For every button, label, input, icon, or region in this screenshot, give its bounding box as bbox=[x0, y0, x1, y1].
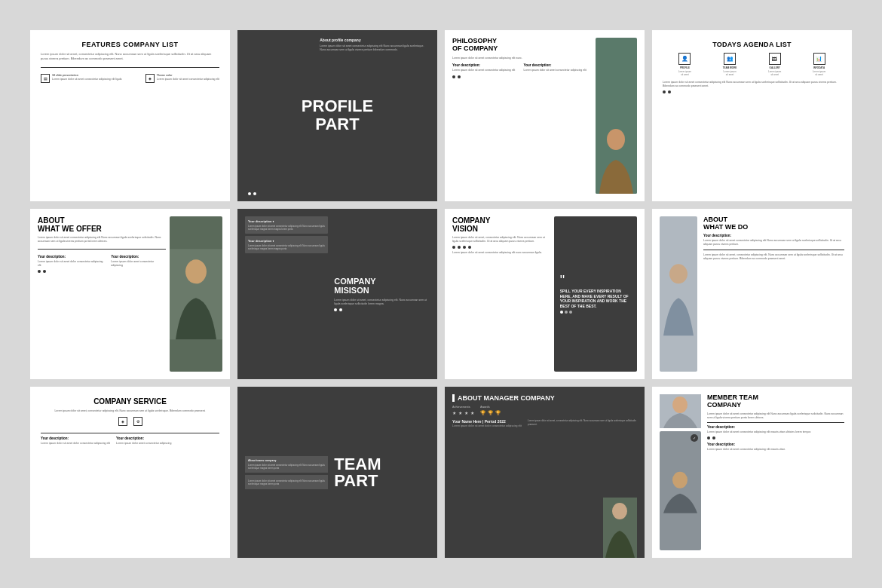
profile-label: PROFILE bbox=[680, 66, 690, 69]
slide-12-left: ✓ bbox=[660, 394, 701, 550]
slide-2-big-title: PROFILE PART bbox=[248, 41, 427, 191]
slide-5-body: Lorem ipsum dolor sit amet consectetur a… bbox=[38, 236, 166, 243]
slide-4-icons-row: 👤 PROFILE Lorem ipsumsit amet 👥 TEAM WOR… bbox=[663, 53, 841, 77]
slide-1-bottom-item-1: ▤ 18 slide presentation Lorem ipsum dolo… bbox=[41, 74, 121, 83]
star-icon: ★ bbox=[458, 410, 462, 415]
slide-2-top-label: About profile company bbox=[320, 38, 430, 42]
slide-5-left: About What We Offer Lorem ipsum dolor si… bbox=[38, 216, 170, 372]
slide-12-desc-label: Your description: Lorem ipsum dolor sit … bbox=[707, 443, 844, 452]
slide-agenda: Todays Agenda List 👤 PROFILE Lorem ipsum… bbox=[652, 30, 852, 201]
service-icon-2: ⚙ bbox=[133, 417, 142, 426]
slide-6-dots bbox=[334, 308, 430, 311]
slide-8-right: About What We Do Your description: Lorem… bbox=[703, 216, 844, 372]
slide-11-title: About Manager Company bbox=[452, 394, 555, 402]
slide-grid: Features Company List Lorem ipsum dolor … bbox=[0, 0, 882, 588]
award-icons: 🏆 🏆 🏆 bbox=[480, 410, 501, 415]
slide-5-desc-1: Your description: Lorem ipsum dolor sit … bbox=[38, 255, 106, 267]
star-icon: ★ bbox=[470, 410, 474, 415]
slide-12-title: Member Team Company bbox=[707, 394, 844, 409]
slide-5-title: About What We Offer bbox=[38, 216, 166, 233]
slide-9-desc-2: Your description: Lorem ipsum dolor amet… bbox=[116, 436, 171, 446]
slide-5-dots bbox=[38, 270, 166, 273]
slide-mission: Your description ♦ Lorem ipsum dolor sit… bbox=[237, 209, 437, 380]
presentation-icon: ▤ bbox=[41, 74, 50, 83]
slide-7-quote-text: SPILL YOUR EVERY INSPIRATION HERE, AND M… bbox=[560, 289, 631, 308]
slide-12-dots bbox=[707, 436, 844, 439]
svg-point-5 bbox=[669, 264, 688, 283]
award-icon: 🏆 bbox=[488, 410, 493, 415]
slide-6-right: Company Misison Lorem ipsum dolor sit am… bbox=[328, 216, 430, 372]
dot-2 bbox=[253, 192, 256, 195]
slide-12-sub: Lorem ipsum dolor sit amet consectetur a… bbox=[707, 430, 844, 434]
slide-11-header: About Manager Company bbox=[452, 394, 637, 406]
slide-10-big-title: TEAM PART bbox=[334, 456, 430, 489]
service-icon-1: ◈ bbox=[118, 417, 127, 426]
slide-12-right: Member Team Company Lorem ipsum dolor si… bbox=[701, 394, 844, 550]
slide-team-part: About teams company Lorem ipsum dolor si… bbox=[237, 387, 437, 558]
slide-10-right: TEAM PART bbox=[328, 394, 430, 550]
slide-3-body: Lorem ipsum dolor sit amet consectetur a… bbox=[452, 57, 592, 60]
slide-3-desc-row: Your description: Lorem ipsum dolor sit … bbox=[452, 63, 592, 72]
svg-point-3 bbox=[185, 259, 207, 283]
slide-1-item1-text: 18 slide presentation Lorem ipsum dolor … bbox=[52, 74, 121, 81]
slide-about-what-we-do: About What We Do Your description: Lorem… bbox=[652, 209, 852, 380]
slide-4-icon-profile: 👤 PROFILE Lorem ipsumsit amet bbox=[678, 53, 691, 77]
slide-6-box1: Your description ♦ Lorem ipsum dolor sit… bbox=[245, 216, 328, 234]
slide-3-desc-2: Your description: Lorem ipsum dolor sit … bbox=[524, 63, 593, 72]
slide-manager: About Manager Company Achievements ★ ★ ★… bbox=[445, 387, 645, 558]
teamwork-icon: 👥 bbox=[724, 53, 736, 65]
slide-7-left: Company Vision Lorem ipsum dolor sit ame… bbox=[452, 216, 554, 372]
slide-3-person-image bbox=[596, 38, 637, 194]
slide-9-desc-1: Your description: Lorem ipsum dolor sit … bbox=[41, 436, 110, 446]
slide-7-sub: Lorem ipsum dolor sit amet consectetur a… bbox=[452, 251, 548, 254]
slide-company-service: Company Service Lorem ipsum dolor sit am… bbox=[30, 387, 230, 558]
slide-8-body2: Lorem ipsum dolor sit amet, consectetur … bbox=[703, 253, 844, 261]
slide-profile-part: About profile company Lorem ipsum dolor … bbox=[237, 30, 437, 201]
slide-12-divider bbox=[707, 422, 844, 423]
dot-1 bbox=[248, 192, 251, 195]
slide-10-left: About teams company Lorem ipsum dolor si… bbox=[245, 394, 328, 550]
gallery-icon: 🖼 bbox=[769, 53, 781, 65]
slide-11-stats: Achievements ★ ★ ★ ★ Awards 🏆 🏆 🏆 bbox=[452, 406, 637, 415]
slide-9-icons: ◈ ⚙ bbox=[41, 417, 219, 426]
slide-8-body1: Lorem ipsum dolor sit amet consectetur a… bbox=[703, 239, 844, 247]
slide-7-quote-box: " SPILL YOUR EVERY INSPIRATION HERE, AND… bbox=[554, 216, 637, 372]
slide-4-body: Lorem ipsum dolor sit amet consectetur a… bbox=[663, 81, 841, 88]
slide-8-title: About What We Do bbox=[703, 216, 844, 231]
star-icon: ★ bbox=[452, 410, 456, 415]
slide-5-divider bbox=[38, 249, 166, 250]
infodata-sub: Lorem ipsumsit amet bbox=[813, 71, 825, 77]
slide-3-desc-1: Your description: Lorem ipsum dolor sit … bbox=[452, 63, 521, 72]
slide-12-person-top bbox=[660, 394, 701, 428]
slide-11-name-block: Your Name Here | Period 2022 Lorem ipsum… bbox=[452, 419, 522, 427]
slide-about-offer: About What We Offer Lorem ipsum dolor si… bbox=[30, 209, 230, 380]
infodata-label: INFODATA bbox=[813, 66, 825, 69]
teamwork-label: TEAM WORK bbox=[723, 66, 737, 69]
slide-philosophy: Philosophy of Company Lorem ipsum dolor … bbox=[445, 30, 645, 201]
slide-11-desc: Lorem ipsum dolor sit amet, consectetur … bbox=[528, 419, 637, 427]
slide-2-dots bbox=[248, 192, 256, 195]
slide-1-title: Features Company List bbox=[41, 41, 219, 48]
slide-12-person-bottom: ✓ bbox=[660, 431, 701, 550]
dot-1 bbox=[663, 90, 666, 93]
slide-11-bottom: Your Name Here | Period 2022 Lorem ipsum… bbox=[452, 419, 637, 427]
slide-2-top-text: Lorem ipsum dolor sit amet consectetur a… bbox=[320, 44, 430, 52]
slide-7-dots bbox=[452, 246, 548, 249]
slide-vision: Company Vision Lorem ipsum dolor sit ame… bbox=[445, 209, 645, 380]
slide-9-divider bbox=[41, 433, 219, 433]
slide-10-box1: About teams company Lorem ipsum dolor si… bbox=[245, 456, 328, 473]
slide-1-divider bbox=[41, 67, 219, 68]
slide-1-bottom-item-2: ◈ Theme color Lorem ipsum dolor sit amet… bbox=[145, 74, 219, 83]
svg-point-11 bbox=[672, 472, 688, 488]
slide-11-person-image bbox=[603, 498, 637, 558]
slide-12-body: Lorem ipsum dolor sit amet consectetur a… bbox=[707, 412, 844, 420]
slide-7-quote-dots bbox=[560, 311, 631, 314]
slide-6-title: Company Misison bbox=[334, 277, 430, 295]
svg-point-9 bbox=[672, 397, 688, 413]
dot-2 bbox=[668, 90, 671, 93]
slide-4-icon-gallery: 🖼 GALLERY Lorem ipsumsit amet bbox=[768, 53, 781, 77]
slide-features-company: Features Company List Lorem ipsum dolor … bbox=[30, 30, 230, 201]
svg-point-1 bbox=[607, 129, 625, 150]
slide-6-body: Lorem ipsum dolor sit amet, consectetur … bbox=[334, 299, 430, 306]
slide-9-desc-row: Your description: Lorem ipsum dolor sit … bbox=[41, 436, 219, 446]
